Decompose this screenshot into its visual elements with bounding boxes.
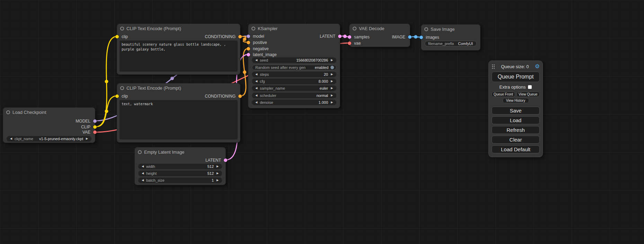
input-label-latent-image: latent_image <box>253 52 277 57</box>
load-button[interactable]: Load <box>492 116 540 124</box>
filename-prefix-widget[interactable]: filename_prefix ComfyUI <box>425 41 477 46</box>
scheduler-widget[interactable]: scheduler normal <box>252 93 336 98</box>
prev-value-icon[interactable] <box>254 94 259 97</box>
node-load-checkpoint[interactable]: Load Checkpoint MODEL CLIP VAE ckpt_name… <box>3 107 95 143</box>
decrement-icon[interactable] <box>254 101 259 104</box>
increment-icon[interactable] <box>215 172 220 175</box>
output-label-conditioning: CONDITIONING <box>205 94 236 99</box>
output-port-vae[interactable] <box>93 130 97 134</box>
input-port-negative[interactable] <box>247 47 250 51</box>
node-title: KSampler <box>258 26 277 31</box>
increment-icon[interactable] <box>215 165 220 168</box>
input-label-clip: clip <box>122 94 128 99</box>
node-save-image[interactable]: Save Image images filename_prefix ComfyU… <box>421 24 480 51</box>
increment-icon[interactable] <box>215 179 220 182</box>
output-port-clip[interactable] <box>93 125 97 129</box>
output-port-model[interactable] <box>93 119 97 123</box>
clear-button[interactable]: Clear <box>492 136 540 144</box>
prompt-textarea[interactable]: text, watermark <box>120 100 238 139</box>
node-title-bar[interactable]: Save Image <box>421 25 480 34</box>
input-label-images: images <box>426 35 439 40</box>
input-label-model: model <box>253 34 264 39</box>
widget-value: 1.000 <box>318 100 329 105</box>
node-empty-latent-image[interactable]: Empty Latent Image LATENT width 512 heig… <box>134 147 226 185</box>
output-label-clip: CLIP <box>81 125 90 129</box>
node-title-bar[interactable]: KSampler <box>248 24 340 33</box>
next-value-icon[interactable] <box>329 94 334 97</box>
node-clip-text-encode-negative[interactable]: CLIP Text Encode (Prompt) clip CONDITION… <box>117 83 240 143</box>
prev-value-icon[interactable] <box>254 87 259 90</box>
decrement-icon[interactable] <box>254 73 259 76</box>
prompt-textarea[interactable]: beautiful scenery nature glass bottle la… <box>120 40 238 72</box>
input-port-samples[interactable] <box>348 35 351 39</box>
widget-value: ComfyUI <box>458 42 474 46</box>
seed-widget[interactable]: seed 156680208700286 <box>252 57 336 63</box>
increment-icon[interactable] <box>329 73 334 76</box>
input-port-clip[interactable] <box>115 94 119 98</box>
output-label-latent: LATENT <box>205 158 221 163</box>
node-title-bar[interactable]: Load Checkpoint <box>3 108 95 117</box>
refresh-button[interactable]: Refresh <box>492 126 540 134</box>
output-port-latent[interactable] <box>338 35 342 38</box>
decrement-icon[interactable] <box>140 165 145 168</box>
input-port-positive[interactable] <box>247 41 250 44</box>
widget-label: width <box>146 164 155 169</box>
widget-value: enabled <box>315 65 330 70</box>
toggle-icon[interactable] <box>330 66 334 69</box>
extra-options-checkbox[interactable] <box>528 85 532 89</box>
load-default-button[interactable]: Load Default <box>492 145 540 153</box>
increment-icon[interactable] <box>329 59 334 62</box>
next-value-icon[interactable] <box>329 87 334 90</box>
queue-front-button[interactable]: Queue Front <box>492 92 515 97</box>
sampler-name-widget[interactable]: sampler_name euler <box>252 85 336 91</box>
view-history-button[interactable]: View History <box>503 98 529 103</box>
steps-widget[interactable]: steps 20 <box>252 72 336 77</box>
prev-value-icon[interactable] <box>9 137 14 140</box>
widget-value: v1-5-pruned-emaonly.ckpt <box>39 137 85 141</box>
node-title: Empty Latent Image <box>144 150 184 155</box>
output-port-conditioning[interactable] <box>238 35 242 38</box>
ckpt-name-widget[interactable]: ckpt_name v1-5-pruned-emaonly.ckpt <box>7 136 91 142</box>
node-vae-decode[interactable]: VAE Decode samples vae IMAGE <box>349 24 410 47</box>
decrement-icon[interactable] <box>140 179 145 182</box>
view-queue-button[interactable]: View Queue <box>517 92 540 97</box>
output-port-image[interactable] <box>408 35 412 39</box>
input-port-clip[interactable] <box>115 35 119 38</box>
widget-label: Random seed after every gen <box>255 65 306 70</box>
decrement-icon[interactable] <box>140 172 145 175</box>
decrement-icon[interactable] <box>254 59 259 62</box>
random-seed-toggle-widget[interactable]: Random seed after every gen enabled <box>252 65 336 70</box>
node-title-bar[interactable]: Empty Latent Image <box>135 147 226 156</box>
settings-gear-icon[interactable] <box>535 64 540 69</box>
input-label-positive: positive <box>253 40 267 45</box>
decrement-icon[interactable] <box>254 80 259 83</box>
input-port-latent-image[interactable] <box>247 53 250 56</box>
widget-label: ckpt_name <box>15 137 33 141</box>
widget-label: height <box>146 171 157 175</box>
save-button[interactable]: Save <box>492 107 540 115</box>
input-label-clip: clip <box>122 34 128 39</box>
widget-label: sampler_name <box>260 86 285 90</box>
next-value-icon[interactable] <box>85 137 89 140</box>
width-widget[interactable]: width 512 <box>138 164 222 169</box>
node-ksampler[interactable]: KSampler model positive negative latent_… <box>248 24 340 108</box>
queue-prompt-button[interactable]: Queue Prompt <box>492 72 540 82</box>
node-title-bar[interactable]: VAE Decode <box>350 24 410 33</box>
node-title-bar[interactable]: CLIP Text Encode (Prompt) <box>117 83 240 92</box>
increment-icon[interactable] <box>329 101 334 104</box>
height-widget[interactable]: height 512 <box>138 171 222 176</box>
node-clip-text-encode-positive[interactable]: CLIP Text Encode (Prompt) clip CONDITION… <box>117 24 240 75</box>
input-port-vae[interactable] <box>348 42 351 45</box>
cfg-widget[interactable]: cfg 8.000 <box>252 79 336 84</box>
drag-handle-icon[interactable] <box>492 64 495 69</box>
node-title: Save Image <box>431 27 455 32</box>
increment-icon[interactable] <box>329 80 334 83</box>
input-port-model[interactable] <box>247 35 250 38</box>
input-port-images[interactable] <box>420 36 423 39</box>
batch-size-widget[interactable]: batch_size 1 <box>138 178 222 183</box>
output-port-conditioning[interactable] <box>238 94 242 98</box>
denoise-widget[interactable]: denoise 1.000 <box>252 100 336 105</box>
node-title-bar[interactable]: CLIP Text Encode (Prompt) <box>117 24 240 33</box>
output-port-latent[interactable] <box>224 159 227 162</box>
history-row: View History <box>492 98 540 103</box>
